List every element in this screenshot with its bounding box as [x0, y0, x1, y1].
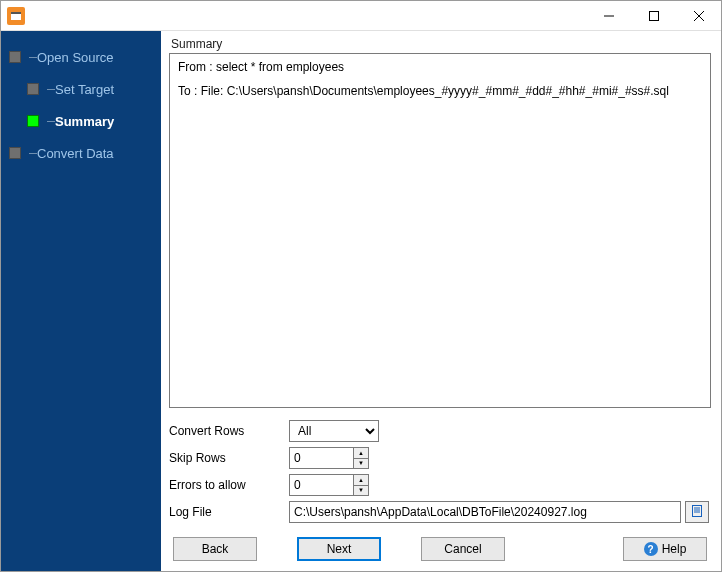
errors-allow-spinner[interactable]: ▲ ▼ — [289, 474, 369, 496]
app-icon — [7, 7, 25, 25]
step-convert-data[interactable]: Convert Data — [9, 139, 161, 167]
svg-rect-1 — [11, 12, 21, 14]
step-open-source[interactable]: Open Source — [9, 43, 161, 71]
wizard-window: Open Source Set Target Summary Convert D… — [0, 0, 722, 572]
svg-rect-3 — [649, 11, 658, 20]
skip-rows-up[interactable]: ▲ — [353, 447, 369, 459]
titlebar — [1, 1, 721, 31]
log-file-label: Log File — [169, 505, 289, 519]
step-label: Summary — [55, 114, 114, 129]
step-bullet-icon — [9, 147, 21, 159]
skip-rows-input[interactable] — [289, 447, 353, 469]
log-file-browse-button[interactable] — [685, 501, 709, 523]
step-bullet-icon — [27, 115, 39, 127]
wizard-steps-sidebar: Open Source Set Target Summary Convert D… — [1, 31, 161, 571]
step-label: Convert Data — [37, 146, 114, 161]
step-set-target[interactable]: Set Target — [9, 75, 161, 103]
wizard-button-bar: Back Next Cancel ? Help — [169, 537, 711, 561]
step-label: Set Target — [55, 82, 114, 97]
summary-to-line: To : File: C:\Users\pansh\Documents\empl… — [178, 84, 702, 98]
section-title: Summary — [169, 37, 711, 51]
step-label: Open Source — [37, 50, 114, 65]
maximize-button[interactable] — [631, 1, 676, 30]
main-panel: Summary From : select * from employees T… — [161, 31, 721, 571]
options-form: Convert Rows All Skip Rows ▲ ▼ — [169, 420, 711, 523]
next-button[interactable]: Next — [297, 537, 381, 561]
summary-text-box[interactable]: From : select * from employees To : File… — [169, 53, 711, 408]
back-button[interactable]: Back — [173, 537, 257, 561]
errors-down[interactable]: ▼ — [353, 486, 369, 497]
step-bullet-icon — [9, 51, 21, 63]
skip-rows-down[interactable]: ▼ — [353, 459, 369, 470]
errors-allow-label: Errors to allow — [169, 478, 289, 492]
help-icon: ? — [644, 542, 658, 556]
skip-rows-spinner[interactable]: ▲ ▼ — [289, 447, 369, 469]
document-icon — [690, 504, 704, 521]
minimize-button[interactable] — [586, 1, 631, 30]
log-file-input[interactable] — [289, 501, 681, 523]
errors-allow-input[interactable] — [289, 474, 353, 496]
step-summary[interactable]: Summary — [9, 107, 161, 135]
convert-rows-select[interactable]: All — [289, 420, 379, 442]
cancel-button[interactable]: Cancel — [421, 537, 505, 561]
svg-rect-6 — [693, 505, 702, 516]
convert-rows-label: Convert Rows — [169, 424, 289, 438]
close-button[interactable] — [676, 1, 721, 30]
errors-up[interactable]: ▲ — [353, 474, 369, 486]
summary-from-line: From : select * from employees — [178, 60, 702, 74]
help-button[interactable]: ? Help — [623, 537, 707, 561]
skip-rows-label: Skip Rows — [169, 451, 289, 465]
step-bullet-icon — [27, 83, 39, 95]
